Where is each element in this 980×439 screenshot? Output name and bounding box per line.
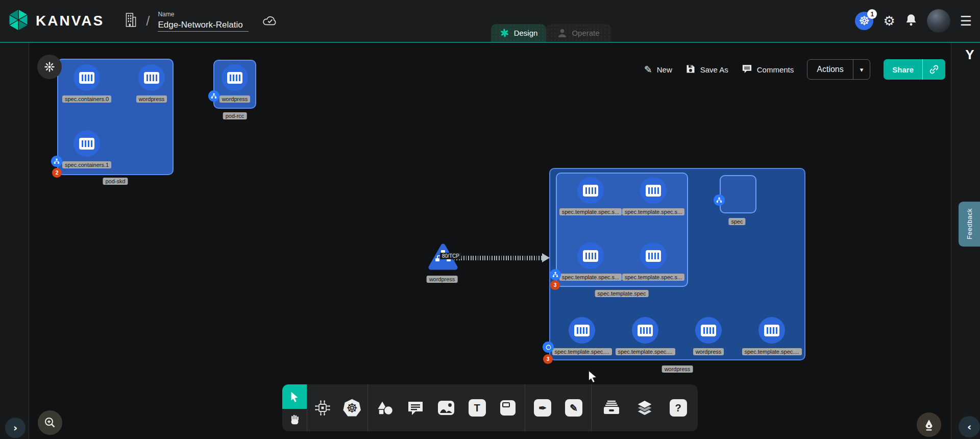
chevron-right-icon: › [13,422,17,434]
app-title: KANVAS [36,13,104,29]
pen-tool-button[interactable]: ✒ [529,392,556,424]
container-icon [79,72,94,84]
node-template-spec-3[interactable]: spec.template.spec.s... [620,242,687,281]
text-tool-button[interactable]: T [463,392,491,424]
pod-icon[interactable] [51,156,62,167]
node-spec[interactable] [720,175,756,213]
breadcrumb-separator: / [146,13,150,29]
node-label: spec.template.spec.s... [559,274,622,281]
pen-nib-icon [922,418,936,431]
link-icon [929,64,939,75]
copy-link-button[interactable] [922,59,945,80]
comments-button[interactable]: Comments [742,64,794,76]
pan-tool-button[interactable] [282,409,307,431]
notifications-bell-icon[interactable] [905,13,917,29]
comment-tool-button[interactable] [402,392,429,424]
node-bottom-0[interactable]: spec.template.spec.... [549,317,615,355]
magnifier-plus-icon [43,416,57,429]
filter-y-icon[interactable]: Y [962,47,978,63]
pencil-tool-icon: ✎ [565,399,582,417]
kubernetes-tool-button[interactable]: ☸ [338,392,366,424]
pod-icon[interactable] [208,90,219,102]
shapes-tool-button[interactable] [371,392,399,424]
node-wordpress-skd[interactable]: wordpress [118,64,185,103]
node-spec-containers-1[interactable]: spec.containers.1 [54,130,120,168]
image-tool-button[interactable] [432,392,460,424]
actions-button[interactable]: Actions [807,60,852,79]
expand-left-panel-button[interactable]: › [5,418,26,438]
settings-gear-icon[interactable]: ⚙ [883,14,895,28]
components-tool-button[interactable] [309,392,336,424]
node-bottom-3[interactable]: spec.template.spec.... [739,317,805,355]
error-badge[interactable]: 3 [550,280,560,290]
tab-operate[interactable]: Operate [546,24,611,42]
kubernetes-context-icon[interactable]: ☸ 1 [855,12,873,30]
node-label: spec.template.spec.s... [622,274,685,281]
edge-arrowhead [542,253,550,262]
error-badge[interactable]: 2 [52,168,62,178]
layers-icon [635,399,654,417]
text-tool-icon: T [469,399,486,417]
new-pencil-icon: ✎ [644,65,652,75]
container-icon [638,325,653,336]
node-bottom-wordpress[interactable]: wordpress [675,317,742,355]
feedback-label: Feedback [966,208,973,239]
node-label: spec.template.spec.s... [559,208,622,215]
actions-split-button: Actions ▾ [807,59,870,80]
feedback-tab[interactable]: Feedback [959,202,980,247]
edge-service-to-deployment[interactable] [452,256,543,260]
layers-tool-button[interactable] [631,392,658,424]
node-spec-containers-0[interactable]: spec.containers.0 [54,64,120,103]
comments-label: Comments [757,65,794,74]
save-as-button[interactable]: Save As [685,64,728,76]
canvas-toolbar: ☸ T [282,384,698,431]
chevron-left-icon: ‹ [967,421,971,433]
tab-design-label: Design [514,29,538,37]
new-button[interactable]: ✎ New [644,65,672,75]
design-name-input[interactable] [158,19,249,32]
caret-down-icon: ▾ [860,66,864,74]
node-label: spec.template.spec.... [552,348,612,355]
save-as-label: Save As [700,65,728,74]
user-avatar[interactable] [927,9,950,33]
pod-icon[interactable] [550,269,561,280]
floppy-save-icon [685,64,696,76]
node-template-spec-1[interactable]: spec.template.spec.s... [620,177,687,215]
help-tool-button[interactable]: ? [665,392,692,424]
design-pen-mode-button[interactable] [917,412,941,437]
share-button[interactable]: Share [884,59,922,80]
group-wordpress-outer-label: wordpress [662,365,693,373]
hamburger-menu-icon[interactable]: ☰ [960,14,972,28]
drawer-tool-button[interactable] [598,392,625,424]
collapse-right-panel-button[interactable]: ‹ [959,416,980,437]
design-name-field: Name [158,11,249,32]
container-icon [646,250,661,262]
container-icon [574,325,590,336]
organization-icon[interactable] [124,12,138,30]
select-tool-button[interactable] [282,384,307,409]
deployment-icon[interactable] [543,342,554,353]
group-pod-skd-label: pod-skd [103,178,128,185]
node-label: spec.containers.1 [62,161,111,168]
pod-icon[interactable] [714,194,725,206]
pen-tool-icon: ✒ [534,399,551,417]
kanvas-app: { "header": { "logo": "KANVAS", "slash":… [0,0,980,439]
pencil-tool-button[interactable]: ✎ [560,392,587,424]
actions-dropdown-toggle[interactable]: ▾ [853,60,870,79]
node-template-spec-2[interactable]: spec.template.spec.s... [557,242,624,281]
hand-icon [288,414,301,426]
frame-tool-button[interactable] [494,392,522,424]
mouse-cursor [586,370,599,385]
canvas-widget-button[interactable] [37,55,62,79]
node-template-spec-0[interactable]: spec.template.spec.s... [557,177,624,215]
chip-icon [313,399,332,417]
zoom-search-button[interactable] [38,410,62,435]
tab-design[interactable]: Design [491,24,546,42]
kubernetes-helm-icon: ☸ [343,399,361,417]
operate-person-icon [557,28,567,38]
share-split-button: Share [884,59,945,80]
context-count-badge: 1 [867,9,877,19]
node-bottom-1[interactable]: spec.template.spec.... [612,317,678,355]
error-badge[interactable]: 3 [543,354,553,364]
comment-icon [407,400,424,416]
